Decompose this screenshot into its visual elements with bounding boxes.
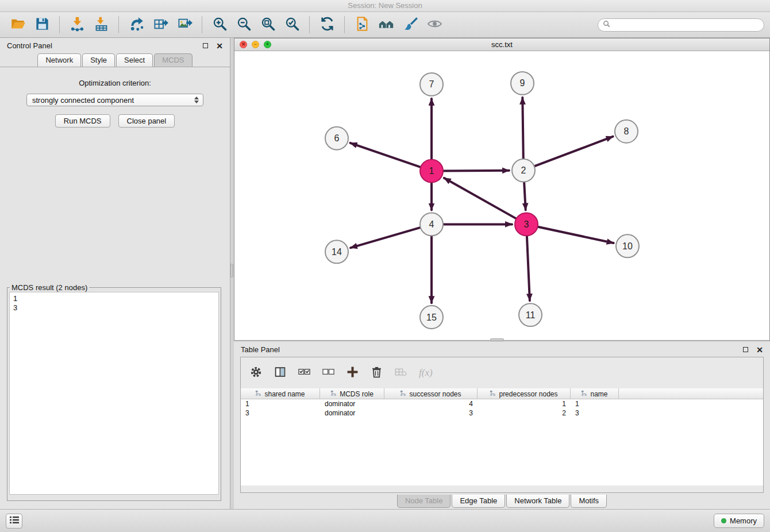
close-table-panel-icon[interactable]: ✕ (756, 346, 763, 354)
column-header-name[interactable]: name (571, 388, 619, 399)
graph-edge-3-1[interactable] (444, 178, 518, 219)
table-cell[interactable]: 4 (384, 399, 478, 408)
column-header-mcds-role[interactable]: MCDS role (320, 388, 384, 399)
import-network-button[interactable] (66, 14, 88, 35)
graph-edge-3-10[interactable] (537, 226, 614, 243)
float-table-panel-icon[interactable] (743, 347, 748, 352)
tab-mcds[interactable]: MCDS (154, 53, 192, 67)
graph-node-10[interactable]: 10 (616, 234, 639, 257)
network-canvas-svg[interactable]: 7968124314101511 (234, 52, 769, 340)
window-minimize-button[interactable]: − (252, 41, 259, 48)
table-cell[interactable]: dominator (320, 408, 384, 418)
graph-node-label: 1 (429, 166, 434, 176)
graph-node-15[interactable]: 15 (420, 306, 443, 329)
tab-edge-table[interactable]: Edge Table (452, 495, 505, 508)
toolbar-separator (309, 16, 310, 33)
tab-style[interactable]: Style (82, 53, 115, 67)
graph-node-9[interactable]: 9 (511, 72, 534, 95)
table-frame: f(x) shared nameMCDS rolesuccessor nodes… (240, 357, 764, 493)
toolbar-separator (59, 16, 60, 33)
export-image-button[interactable] (174, 14, 195, 35)
tab-network-table[interactable]: Network Table (506, 495, 569, 508)
export-table-button[interactable] (149, 14, 171, 35)
table-cell[interactable]: 3 (384, 408, 478, 418)
column-header-successor-nodes[interactable]: successor nodes (384, 388, 478, 399)
show-hide-button[interactable] (424, 14, 445, 35)
run-mcds-button[interactable]: Run MCDS (55, 114, 110, 128)
table-settings-button[interactable] (250, 366, 262, 380)
graph-node-2[interactable]: 2 (512, 159, 535, 182)
table-cell[interactable]: 3 (241, 408, 320, 418)
table-cell[interactable]: 1 (241, 399, 320, 408)
graph-node-4[interactable]: 4 (420, 213, 443, 236)
table-cell[interactable]: 1 (478, 399, 571, 408)
node-table: shared nameMCDS rolesuccessor nodesprede… (241, 388, 763, 485)
table-cell[interactable]: dominator (320, 399, 384, 408)
network-window-title: scc.txt (234, 40, 769, 49)
show-columns-button[interactable] (274, 366, 286, 380)
close-panel-icon[interactable]: ✕ (216, 42, 223, 50)
add-column-button[interactable] (346, 366, 359, 380)
graph-node-7[interactable]: 7 (420, 73, 443, 96)
tab-network[interactable]: Network (37, 53, 81, 67)
open-folder-button[interactable] (7, 14, 29, 35)
deselect-all-columns-button[interactable] (322, 366, 334, 380)
graph-edge-2-8[interactable] (533, 137, 613, 167)
table-row[interactable]: 1dominator411 (241, 399, 763, 408)
criterion-select[interactable]: strongly connected component (26, 94, 203, 106)
zoom-fit-button[interactable] (257, 14, 279, 35)
graph-edge-4-14[interactable] (351, 227, 422, 248)
vertical-splitter-grip[interactable] (230, 264, 233, 277)
attribute-icon (490, 390, 496, 398)
float-panel-icon[interactable] (203, 43, 208, 48)
export-network-button[interactable] (125, 14, 147, 35)
network-canvas[interactable]: 7968124314101511 (234, 52, 769, 340)
graph-node-11[interactable]: 11 (519, 303, 542, 326)
task-history-button[interactable] (6, 514, 22, 529)
save-button[interactable] (31, 14, 53, 35)
close-panel-button[interactable]: Close panel (118, 114, 175, 128)
refresh-button[interactable] (316, 14, 338, 35)
delete-table-button[interactable] (395, 366, 407, 380)
graph-node-14[interactable]: 14 (325, 240, 348, 263)
tab-select[interactable]: Select (116, 53, 153, 67)
function-builder-button[interactable]: f(x) (419, 367, 433, 379)
graph-node-1[interactable]: 1 (420, 160, 443, 183)
network-view-window: scc.txt ✕ − + 7968124314101511 (234, 38, 770, 341)
column-header-shared-name[interactable]: shared name (241, 388, 320, 399)
column-header-predecessor-nodes[interactable]: predecessor nodes (478, 388, 571, 399)
first-neighbors-button[interactable] (375, 14, 397, 35)
graph-edge-2-9[interactable] (522, 98, 523, 160)
table-cell[interactable]: 2 (478, 408, 571, 418)
window-zoom-button[interactable]: + (264, 41, 271, 48)
graph-edge-1-2[interactable] (442, 171, 509, 171)
zoom-selected-button[interactable] (281, 14, 303, 35)
network-window-titlebar[interactable]: scc.txt ✕ − + (234, 38, 769, 51)
memory-button[interactable]: Memory (714, 514, 764, 528)
search-box[interactable] (598, 18, 764, 32)
graph-node-6[interactable]: 6 (325, 127, 348, 150)
table-row[interactable]: 3dominator323 (241, 408, 763, 418)
import-table-button[interactable] (90, 14, 112, 35)
search-input[interactable] (613, 21, 759, 29)
zoom-in-icon (212, 16, 228, 34)
graph-node-8[interactable]: 8 (615, 120, 638, 143)
horizontal-splitter-grip[interactable] (490, 338, 504, 341)
table-cell[interactable]: 3 (571, 408, 619, 418)
apply-style-button[interactable] (399, 14, 421, 35)
zoom-out-button[interactable] (233, 14, 255, 35)
network-from-file-button[interactable] (351, 14, 373, 35)
graph-edge-3-11[interactable] (527, 234, 530, 300)
table-body: 1dominator4113dominator323 (241, 399, 763, 418)
zoom-in-button[interactable] (209, 14, 230, 35)
graph-node-3[interactable]: 3 (515, 213, 538, 236)
window-close-button[interactable]: ✕ (240, 41, 247, 48)
graph-edge-2-3[interactable] (524, 181, 526, 210)
table-cell[interactable]: 1 (571, 399, 619, 408)
tab-node-table[interactable]: Node Table (397, 495, 451, 508)
graph-edge-1-6[interactable] (351, 143, 422, 168)
tab-motifs[interactable]: Motifs (571, 495, 607, 508)
delete-column-button[interactable] (371, 366, 383, 380)
mcds-result-list[interactable]: 1 3 (9, 292, 219, 495)
select-all-columns-button[interactable] (298, 366, 310, 380)
